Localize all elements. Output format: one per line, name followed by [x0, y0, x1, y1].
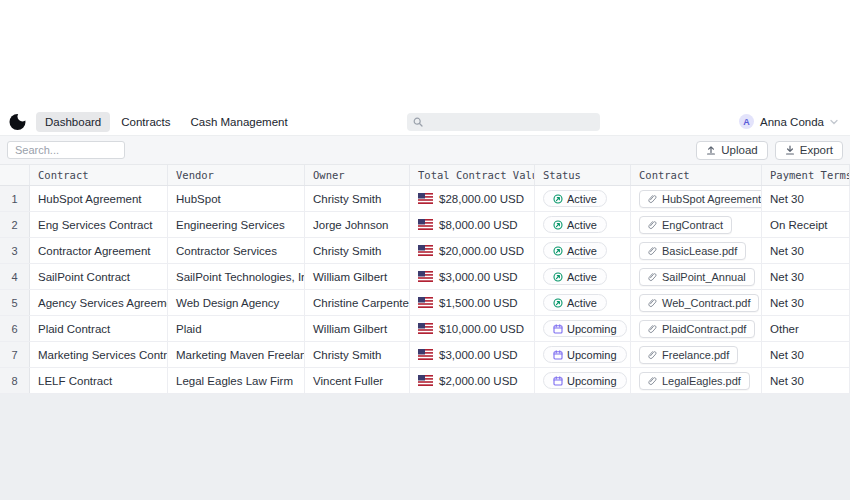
us-flag-icon: [418, 219, 433, 230]
status-badge: Active: [543, 242, 607, 259]
value-text: $20,000.00 USD: [439, 245, 524, 257]
active-status-icon: [553, 272, 563, 282]
cell-status: Upcoming: [535, 342, 631, 367]
cell-vendor: Engineering Services: [168, 212, 305, 237]
cell-vendor: HubSpot: [168, 186, 305, 211]
table-row: 8 LELF Contract Legal Eagles Law Firm Vi…: [0, 368, 850, 394]
us-flag-icon: [418, 245, 433, 256]
upload-button[interactable]: Upload: [696, 141, 767, 160]
cell-total-value: $10,000.00 USD: [410, 316, 535, 341]
cell-status: Active: [535, 186, 631, 211]
cell-payment-terms: On Receipt: [762, 212, 850, 237]
cell-contract: LELF Contract: [30, 368, 168, 393]
cell-vendor: Web Design Agency: [168, 290, 305, 315]
upload-label: Upload: [721, 144, 757, 156]
status-label: Upcoming: [567, 375, 617, 387]
table-row: 3 Contractor Agreement Contractor Servic…: [0, 238, 850, 264]
cell-status: Active: [535, 238, 631, 263]
row-number: 4: [0, 264, 30, 289]
contract-file-chip[interactable]: EngContract: [639, 216, 732, 234]
table-search-input[interactable]: [7, 141, 125, 159]
contract-file-chip[interactable]: Freelance.pdf: [639, 346, 738, 364]
file-name: Freelance.pdf: [662, 349, 729, 361]
cell-payment-terms: Net 30: [762, 368, 850, 393]
status-badge: Active: [543, 190, 607, 207]
column-contract: Contract: [30, 165, 168, 185]
toolbar-actions: Upload Export: [696, 141, 843, 160]
app-logo-icon: [8, 112, 27, 131]
cell-payment-terms: Net 30: [762, 264, 850, 289]
paperclip-icon: [648, 376, 657, 386]
cell-total-value: $1,500.00 USD: [410, 290, 535, 315]
column-vendor: Vendor: [168, 165, 305, 185]
tab-cash-management[interactable]: Cash Management: [181, 112, 296, 132]
cell-owner: Christy Smith: [305, 342, 410, 367]
paperclip-icon: [648, 246, 657, 256]
cell-total-value: $8,000.00 USD: [410, 212, 535, 237]
cell-contract: Plaid Contract: [30, 316, 168, 341]
value-text: $8,000.00 USD: [439, 219, 518, 231]
user-menu[interactable]: A Anna Conda: [739, 114, 842, 129]
cell-payment-terms: Net 30: [762, 186, 850, 211]
status-label: Active: [567, 271, 597, 283]
column-total-contract-value: Total Contract Value: [410, 165, 535, 185]
table-row: 1 HubSpot Agreement HubSpot Christy Smit…: [0, 186, 850, 212]
status-badge: Upcoming: [543, 320, 627, 337]
cell-total-value: $3,000.00 USD: [410, 264, 535, 289]
file-name: EngContract: [662, 219, 723, 231]
cell-payment-terms: Net 30: [762, 238, 850, 263]
export-button[interactable]: Export: [775, 141, 843, 160]
value-text: $2,000.00 USD: [439, 375, 518, 387]
cell-total-value: $20,000.00 USD: [410, 238, 535, 263]
row-number: 5: [0, 290, 30, 315]
us-flag-icon: [418, 297, 433, 308]
contract-file-chip[interactable]: PlaidContract.pdf: [639, 320, 755, 338]
value-text: $3,000.00 USD: [439, 271, 518, 283]
download-icon: [785, 145, 795, 155]
cell-payment-terms: Other: [762, 316, 850, 341]
search-icon: [413, 117, 423, 127]
paperclip-icon: [648, 298, 657, 308]
file-name: BasicLease.pdf: [662, 245, 737, 257]
top-nav: Dashboard Contracts Cash Management A An…: [0, 108, 850, 135]
cell-status: Active: [535, 290, 631, 315]
contract-file-chip[interactable]: LegalEagles.pdf: [639, 372, 750, 390]
contract-file-chip[interactable]: SailPoint_Annual: [639, 268, 755, 286]
cell-vendor: Legal Eagles Law Firm: [168, 368, 305, 393]
column-row-number: [0, 165, 30, 185]
cell-vendor: Plaid: [168, 316, 305, 341]
paperclip-icon: [648, 324, 657, 334]
row-number: 7: [0, 342, 30, 367]
paperclip-icon: [648, 220, 657, 230]
contract-file-chip[interactable]: HubSpot Agreement: [639, 190, 762, 208]
file-name: SailPoint_Annual: [662, 271, 746, 283]
table-row: 2 Eng Services Contract Engineering Serv…: [0, 212, 850, 238]
global-search-input[interactable]: [407, 113, 600, 131]
table-header-row: Contract Vendor Owner Total Contract Val…: [0, 165, 850, 186]
cell-contract-file: BasicLease.pdf: [631, 238, 762, 263]
cell-contract: Contractor Agreement: [30, 238, 168, 263]
column-payment-terms: Payment Terms: [762, 165, 850, 185]
status-badge: Upcoming: [543, 372, 627, 389]
cell-contract-file: SailPoint_Annual: [631, 264, 762, 289]
cell-contract-file: EngContract: [631, 212, 762, 237]
page-background: [0, 394, 850, 500]
cell-total-value: $3,000.00 USD: [410, 342, 535, 367]
cell-owner: William Gilbert: [305, 316, 410, 341]
contracts-table: Contract Vendor Owner Total Contract Val…: [0, 165, 850, 394]
table-body: 1 HubSpot Agreement HubSpot Christy Smit…: [0, 186, 850, 394]
contract-file-chip[interactable]: BasicLease.pdf: [639, 242, 746, 260]
us-flag-icon: [418, 271, 433, 282]
status-label: Upcoming: [567, 349, 617, 361]
table-row: 6 Plaid Contract Plaid William Gilbert $…: [0, 316, 850, 342]
cell-owner: Christy Smith: [305, 186, 410, 211]
table-toolbar: Upload Export: [0, 135, 850, 165]
cell-contract-file: Freelance.pdf: [631, 342, 762, 367]
tab-contracts[interactable]: Contracts: [112, 112, 179, 132]
row-number: 6: [0, 316, 30, 341]
us-flag-icon: [418, 193, 433, 204]
cell-owner: Vincent Fuller: [305, 368, 410, 393]
cell-total-value: $2,000.00 USD: [410, 368, 535, 393]
contract-file-chip[interactable]: Web_Contract.pdf: [639, 294, 759, 312]
tab-dashboard[interactable]: Dashboard: [36, 112, 110, 132]
